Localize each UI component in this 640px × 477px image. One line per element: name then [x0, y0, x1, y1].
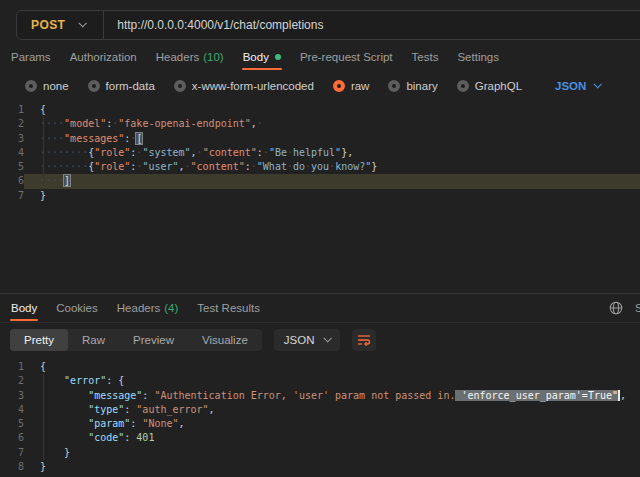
radio-icon — [388, 80, 400, 92]
view-preview-button[interactable]: Preview — [119, 329, 188, 351]
code-line[interactable]: 2 "error": { — [0, 374, 640, 388]
request-body-editor[interactable]: 1{2····"model":·"fake-openai-endpoint",·… — [0, 100, 640, 293]
radio-icon — [174, 80, 186, 92]
chevron-down-icon — [79, 19, 87, 27]
tab-label: Authorization — [70, 51, 137, 63]
language-label: JSON — [284, 334, 315, 346]
tab-label: Settings — [457, 51, 499, 63]
code-text: { — [24, 360, 640, 374]
language-label: JSON — [555, 80, 586, 92]
body-type-selector: none form-data x-www-form-urlencoded raw… — [0, 71, 640, 100]
code-line[interactable]: 6 "code": 401 — [0, 431, 640, 445]
chevron-down-icon — [594, 80, 602, 88]
code-line[interactable]: 7 } — [0, 446, 640, 460]
radio-label: none — [43, 80, 69, 92]
request-url-bar: POST http://0.0.0.0:4000/v1/chat/complet… — [16, 10, 640, 40]
response-tab-cookies[interactable]: Cookies — [55, 294, 99, 322]
code-text: ········{"role":·"system",·"content":·"B… — [24, 146, 640, 160]
code-text: "type": "auth_error", — [24, 403, 640, 417]
tab-label: Headers — [117, 302, 160, 314]
method-label: POST — [31, 18, 65, 32]
line-number: 3 — [0, 132, 24, 146]
code-line[interactable]: 4········{"role":·"system",·"content":·"… — [0, 146, 640, 160]
wrap-text-icon — [357, 334, 371, 346]
response-language-selector[interactable]: JSON — [274, 329, 341, 351]
code-line[interactable]: 3 "message": "Authentication Error, 'use… — [0, 389, 640, 403]
method-selector[interactable]: POST — [17, 18, 103, 32]
code-line[interactable]: 1{ — [0, 103, 640, 117]
response-tab-test-results[interactable]: Test Results — [196, 294, 261, 322]
response-section: Body Cookies Headers (4) Test Results S … — [0, 293, 640, 477]
wrap-text-button[interactable] — [352, 329, 376, 351]
radio-graphql[interactable]: GraphQL — [457, 80, 522, 92]
tab-label: Cookies — [56, 302, 98, 314]
code-line[interactable]: 2····"model":·"fake-openai-endpoint",· — [0, 117, 640, 131]
code-text: ····] — [24, 174, 640, 188]
radio-raw[interactable]: raw — [333, 80, 370, 92]
code-line[interactable]: 3····"messages":·[ — [0, 132, 640, 146]
tab-label: Tests — [412, 51, 439, 63]
radio-icon — [457, 80, 469, 92]
tab-tests[interactable]: Tests — [411, 42, 440, 71]
tab-label: Test Results — [197, 302, 260, 314]
indent-guide — [43, 374, 44, 460]
response-tab-headers[interactable]: Headers (4) — [116, 294, 180, 322]
code-line[interactable]: 5 "param": "None", — [0, 417, 640, 431]
line-number: 4 — [0, 403, 24, 417]
tab-settings[interactable]: Settings — [456, 42, 500, 71]
response-toolbar: Pretty Raw Preview Visualize JSON — [0, 323, 640, 356]
code-line[interactable]: 6····] — [0, 174, 640, 188]
radio-x-www-form-urlencoded[interactable]: x-www-form-urlencoded — [174, 80, 314, 92]
line-number: 5 — [0, 417, 24, 431]
line-number: 7 — [0, 189, 24, 203]
code-line[interactable]: 4 "type": "auth_error", — [0, 403, 640, 417]
request-url-row: POST http://0.0.0.0:4000/v1/chat/complet… — [0, 0, 640, 40]
tab-headers[interactable]: Headers (10) — [155, 42, 225, 71]
code-text: "param": "None", — [24, 417, 640, 431]
view-raw-button[interactable]: Raw — [68, 329, 119, 351]
response-view-switcher: Pretty Raw Preview Visualize — [10, 329, 262, 351]
radio-label: x-www-form-urlencoded — [192, 80, 314, 92]
radio-icon — [88, 80, 100, 92]
code-line[interactable]: 1{ — [0, 360, 640, 374]
radio-label: binary — [406, 80, 437, 92]
tab-body[interactable]: Body — [242, 42, 282, 71]
code-text: ····"model":·"fake-openai-endpoint",· — [24, 117, 640, 131]
radio-label: GraphQL — [475, 80, 522, 92]
headers-count: (10) — [203, 51, 223, 63]
line-number: 5 — [0, 160, 24, 174]
code-text: "code": 401 — [24, 431, 640, 445]
view-visualize-button[interactable]: Visualize — [188, 329, 262, 351]
code-line[interactable]: 5········{"role":·"user",·"content":·"Wh… — [0, 160, 640, 174]
globe-icon[interactable] — [609, 301, 623, 315]
radio-form-data[interactable]: form-data — [88, 80, 155, 92]
view-pretty-button[interactable]: Pretty — [10, 329, 68, 351]
code-line[interactable]: 8} — [0, 460, 640, 474]
line-number: 8 — [0, 460, 24, 474]
radio-none[interactable]: none — [25, 80, 69, 92]
response-tab-body[interactable]: Body — [10, 294, 38, 322]
line-number: 2 — [0, 117, 24, 131]
line-number: 7 — [0, 446, 24, 460]
radio-icon-selected — [333, 80, 345, 92]
code-text: } — [24, 446, 640, 460]
radio-binary[interactable]: binary — [388, 80, 437, 92]
code-text: ····"messages":·[ — [24, 132, 640, 146]
request-language-selector[interactable]: JSON — [555, 80, 600, 92]
code-text: ········{"role":·"user",·"content":·"Wha… — [24, 160, 640, 174]
code-text: { — [24, 103, 640, 117]
line-number: 3 — [0, 389, 24, 403]
radio-icon — [25, 80, 37, 92]
tab-pre-request-script[interactable]: Pre-request Script — [299, 42, 394, 71]
selected-text: 'enforce_user_param'=True" — [455, 390, 618, 401]
url-input[interactable]: http://0.0.0.0:4000/v1/chat/completions — [104, 18, 323, 32]
code-line[interactable]: 7} — [0, 189, 640, 203]
indent-guide — [43, 117, 44, 189]
line-number: 6 — [0, 174, 24, 188]
response-body-viewer[interactable]: 1{2 "error": {3 "message": "Authenticati… — [0, 356, 640, 477]
body-modified-dot — [275, 54, 281, 60]
tab-params[interactable]: Params — [10, 42, 52, 71]
code-text: } — [24, 460, 640, 474]
tab-authorization[interactable]: Authorization — [69, 42, 138, 71]
tab-label: Pre-request Script — [300, 51, 393, 63]
